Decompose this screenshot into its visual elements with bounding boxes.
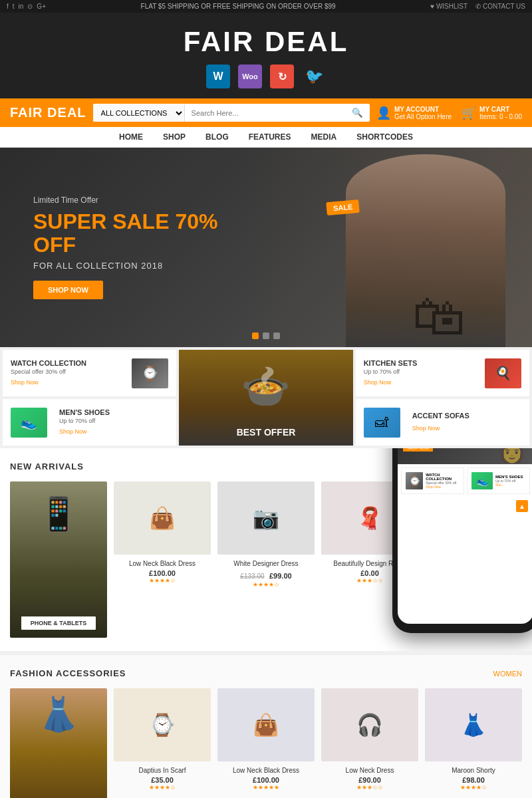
product-1-name: Low Neck Black Dress: [114, 560, 211, 567]
product-item-2: 📷 White Designer Dress £133.00 £99.00 ★★…: [217, 481, 315, 638]
contact-link[interactable]: ✆ CONTACT US: [475, 3, 525, 10]
fashion-1-image: ⌚: [114, 688, 211, 761]
hero-dot-2[interactable]: [263, 332, 269, 339]
search-button[interactable]: 🔍: [345, 104, 370, 122]
plugin-icons: W Woo ↻ 🐦: [0, 65, 532, 88]
fashion-4-price: £98.00: [425, 776, 522, 784]
women-link[interactable]: WOMEN: [493, 670, 522, 678]
hero-content: Limited Time Offer SUPER SALE 70% OFF FO…: [0, 169, 266, 326]
wishlist-link[interactable]: ♥ WISHLIST: [430, 3, 467, 10]
site-title: FAIR DEAL: [0, 26, 532, 58]
refresh-icon: ↻: [270, 65, 294, 88]
fashion-product-1: ⌚ Daptius In Scarf £35.00 ★★★★☆: [114, 688, 211, 798]
fashion-4-image: 👗: [425, 688, 522, 761]
scroll-up-button[interactable]: ▲: [516, 500, 528, 512]
hero-dot-1[interactable]: [252, 332, 259, 339]
shop-now-button[interactable]: SHOP NOW: [33, 281, 103, 299]
hero-dot-3[interactable]: [273, 332, 280, 339]
sale-badge: SALE: [326, 200, 360, 215]
new-arrivals-grid: 📱 PHONE & TABLETS 👜 Low Neck Black Dress…: [10, 481, 522, 638]
fashion-2-price: £100.00: [217, 776, 315, 784]
nav-media[interactable]: MEDIA: [311, 132, 337, 142]
fashion-product-3: 🎧 Low Neck Dress £90.00 ★★★☆☆: [321, 688, 418, 798]
fashion-1-name: Daptius In Scarf: [114, 767, 211, 774]
wordpress-icon: W: [206, 65, 230, 88]
category-sofas-link[interactable]: Shop Now: [412, 425, 440, 432]
category-watches-sub: Special offer 30% off: [11, 368, 125, 375]
my-cart-button[interactable]: 🛒 MY CART Items: 0 - 0.00: [462, 106, 522, 120]
hero-banner: 🛍 SALE Limited Time Offer SUPER SALE 70%…: [0, 148, 532, 347]
category-watches-title: WATCH COLLECTION: [11, 359, 125, 367]
category-kitchen-image: 🍳: [485, 358, 521, 388]
nav-shortcodes[interactable]: SHORTCODES: [356, 132, 413, 142]
phone-hero: Limited Time Offer SUPER SALE 70% OFF FO…: [398, 448, 532, 464]
hero-dots: [252, 332, 280, 339]
category-watches: WATCH COLLECTION Special offer 30% off S…: [3, 350, 176, 396]
fashion-product-4: 👗 Maroon Shorty £98.00 ★★★★☆: [425, 688, 522, 798]
search-bar[interactable]: ALL COLLECTIONS 🔍: [93, 104, 370, 122]
fashion-1-stars: ★★★★☆: [114, 784, 211, 791]
phone-shop-btn[interactable]: SHOP NOW: [403, 448, 433, 452]
category-watches-image: ⌚: [132, 358, 168, 388]
social-twitter[interactable]: t: [13, 3, 15, 10]
nav-home[interactable]: HOME: [119, 132, 143, 142]
hero-description: FOR ALL COLLECTION 2018: [33, 261, 233, 271]
phone-shoes-link[interactable]: Sho...: [495, 483, 523, 487]
category-shoes: 👟 MEN'S SHOES Up to 70% off Shop Now: [3, 399, 176, 446]
fashion-3-image: 🎧: [321, 688, 418, 761]
category-grid: WATCH COLLECTION Special offer 30% off S…: [0, 347, 532, 448]
social-linkedin[interactable]: in: [19, 3, 24, 10]
nav-features[interactable]: FEATURES: [249, 132, 291, 142]
category-kitchen-title: KITCHEN SETS: [364, 359, 478, 367]
social-links[interactable]: f t in ⊙ G+: [7, 3, 46, 10]
category-kitchen-sub: Up to 70% off: [364, 368, 478, 375]
social-google[interactable]: G+: [37, 3, 46, 10]
fashion-3-name: Low Neck Dress: [321, 767, 418, 774]
collections-dropdown[interactable]: ALL COLLECTIONS: [93, 104, 185, 122]
phone-hero-content: Limited Time Offer SUPER SALE 70% OFF FO…: [403, 448, 456, 452]
my-account-label: MY ACCOUNT: [394, 106, 452, 113]
category-shoes-sub: Up to 70% off: [59, 418, 168, 424]
featured-phones-card: 📱 PHONE & TABLETS: [10, 481, 107, 638]
category-sofas-title: ACCENT SOFAS: [412, 412, 521, 420]
category-shoes-title: MEN'S SHOES: [59, 408, 168, 416]
fashion-3-price: £90.00: [321, 776, 418, 784]
top-bar-actions[interactable]: ♥ WISHLIST ✆ CONTACT US: [430, 3, 525, 10]
category-sofas-info: ACCENT SOFAS Shop Now: [412, 412, 521, 433]
product-1-price: £100.00: [114, 569, 211, 577]
fashion-3-stars: ★★★☆☆: [321, 784, 418, 791]
header-actions: 👤 MY ACCOUNT Get All Option Here 🛒 MY CA…: [376, 106, 522, 120]
mobile-preview-col: f t in ⊙ G+ ♥ WISHLIST ✆ CONTACT US ≡ ≡ …: [425, 481, 522, 638]
category-shoes-link[interactable]: Shop Now: [59, 428, 87, 435]
category-kitchen: KITCHEN SETS Up to 70% off Shop Now 🍳: [356, 350, 529, 396]
category-best-offer: 🍲 BEST OFFER: [179, 350, 352, 446]
phones-image: 📱: [38, 495, 79, 533]
fashion-woman-image: 👗: [38, 695, 79, 733]
category-sofas-image: 🛋: [364, 408, 400, 438]
mobile-preview: f t in ⊙ G+ ♥ WISHLIST ✆ CONTACT US ≡ ≡ …: [392, 448, 532, 633]
product-1-image: 👜: [114, 481, 211, 555]
nav-shop[interactable]: SHOP: [163, 132, 186, 142]
category-kitchen-link[interactable]: Shop Now: [364, 379, 392, 386]
fashion-2-name: Low Neck Black Dress: [217, 767, 315, 774]
top-bar: f t in ⊙ G+ FLAT $5 SHIPPING OR FREE SHI…: [0, 0, 532, 13]
search-input[interactable]: [185, 105, 345, 121]
fashion-4-name: Maroon Shorty: [425, 767, 522, 774]
main-nav: HOME SHOP BLOG FEATURES MEDIA SHORTCODES: [0, 127, 532, 148]
fashion-2-stars: ★★★★★: [217, 784, 315, 791]
fashion-header: FASHION ACCESSORIES WOMEN: [10, 668, 522, 678]
social-facebook[interactable]: f: [7, 3, 9, 10]
my-account-button[interactable]: 👤 MY ACCOUNT Get All Option Here: [376, 106, 452, 120]
category-sofas: 🛋 ACCENT SOFAS Shop Now: [356, 399, 529, 446]
product-2-old-price: £133.00: [240, 573, 264, 580]
hero-subtitle: Limited Time Offer: [33, 196, 233, 205]
category-watches-link[interactable]: Shop Now: [11, 379, 39, 386]
my-cart-label: MY CART: [479, 106, 522, 113]
featured-fashion-card: 👗 FASHION & CLOTHES: [10, 688, 107, 798]
social-rss[interactable]: ⊙: [27, 3, 33, 10]
header-logo[interactable]: FAIR DEAL: [10, 105, 86, 120]
nav-blog[interactable]: BLOG: [205, 132, 229, 142]
product-2-name: White Designer Dress: [217, 560, 315, 567]
account-icon: 👤: [376, 106, 391, 120]
phone-watches-link[interactable]: Shop Now: [426, 485, 460, 489]
